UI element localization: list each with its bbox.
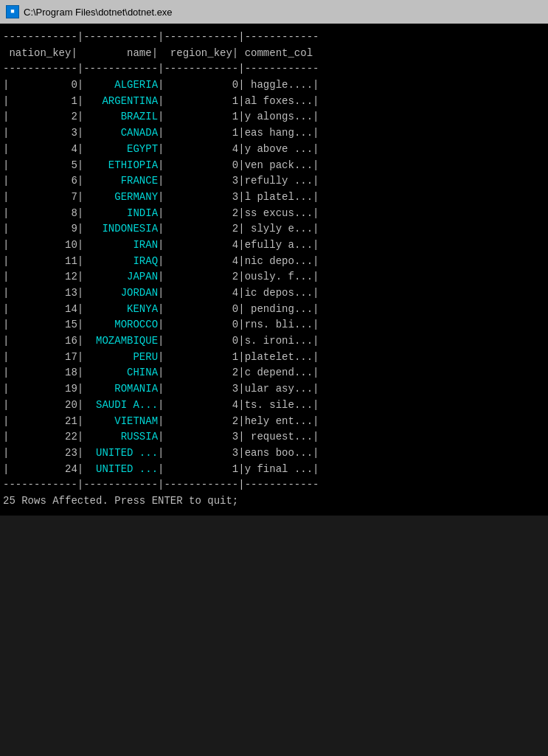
table-row: | 4| EGYPT| 4|y above ...|	[3, 142, 545, 158]
table-row: | 22| RUSSIA| 3| request...|	[3, 429, 545, 445]
table-row: | 11| IRAQ| 4|nic depo...|	[3, 254, 545, 270]
table-row: | 20| SAUDI A...| 4|ts. sile...|	[3, 398, 545, 414]
table-row: | 24| UNITED ...| 1|y final ...|	[3, 462, 545, 478]
table-row: | 14| KENYA| 0| pending...|	[3, 302, 545, 318]
table-row: | 10| IRAN| 4|efully a...|	[3, 237, 545, 254]
table-row: | 12| JAPAN| 2|ously. f...|	[3, 269, 545, 285]
window: ■ C:\Program Files\dotnet\dotnet.exe ---…	[0, 0, 548, 516]
table-row: | 1| ARGENTINA| 1|al foxes...|	[3, 94, 545, 110]
table-row: | 17| PERU| 1|platelet...|	[3, 350, 545, 366]
title-bar: ■ C:\Program Files\dotnet\dotnet.exe	[0, 0, 548, 24]
separator-header: ------------|------------|------------|-…	[3, 61, 545, 77]
table-row: | 15| MOROCCO| 0|rns. bli...|	[3, 317, 545, 333]
separator-bottom: ------------|------------|------------|-…	[3, 477, 545, 493]
table-row: | 9| INDONESIA| 2| slyly e...|	[3, 221, 545, 237]
table-row: | 6| FRANCE| 3|refully ...|	[3, 173, 545, 190]
header-row: nation_key| name| region_key| comment_co…	[3, 46, 545, 62]
table-row: | 8| INDIA| 2|ss excus...|	[3, 206, 545, 222]
table-row: | 18| CHINA| 2|c depend...|	[3, 365, 545, 381]
table-row: | 0| ALGERIA| 0| haggle....|	[3, 77, 545, 94]
table-row: | 7| GERMANY| 3|l platel...|	[3, 190, 545, 206]
table-row: | 16| MOZAMBIQUE| 0|s. ironi...|	[3, 333, 545, 350]
separator-top: ------------|------------|------------|-…	[3, 30, 545, 46]
window-icon: ■	[6, 5, 19, 18]
table-row: | 5| ETHIOPIA| 0|ven pack...|	[3, 158, 545, 174]
table-row: | 2| BRAZIL| 1|y alongs...|	[3, 109, 545, 125]
terminal-window[interactable]: ------------|------------|------------|-…	[0, 24, 548, 516]
table-row: | 23| UNITED ...| 3|eans boo...|	[3, 445, 545, 462]
table-row: | 13| JORDAN| 4|ic depos...|	[3, 285, 545, 302]
table-body: | 0| ALGERIA| 0| haggle....|| 1| ARGENTI…	[3, 77, 545, 477]
table-row: | 19| ROMANIA| 3|ular asy...|	[3, 381, 545, 398]
title-text: C:\Program Files\dotnet\dotnet.exe	[24, 7, 173, 18]
table-row: | 21| VIETNAM| 2|hely ent...|	[3, 414, 545, 430]
status-line: 25 Rows Affected. Press ENTER to quit;	[3, 493, 545, 510]
table-row: | 3| CANADA| 1|eas hang...|	[3, 125, 545, 142]
